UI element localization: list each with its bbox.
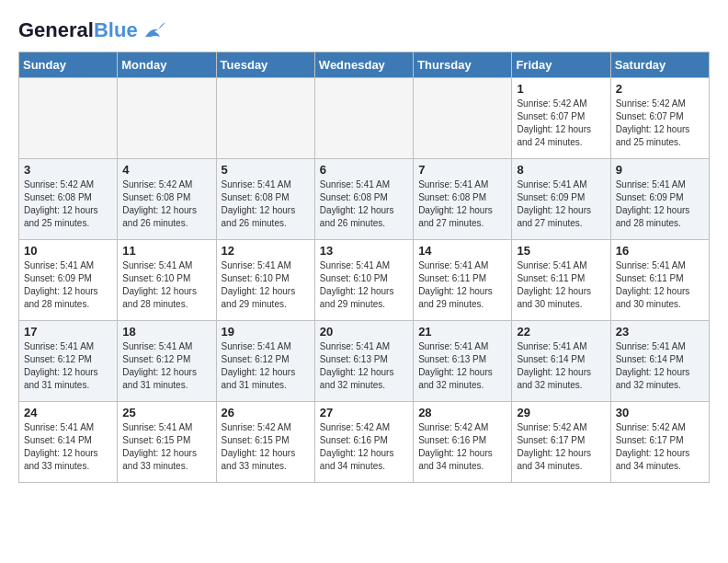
day-info: Sunrise: 5:41 AM Sunset: 6:10 PM Dayligh… [222,259,310,311]
calendar-header-wednesday: Wednesday [314,52,413,78]
day-info: Sunrise: 5:41 AM Sunset: 6:11 PM Dayligh… [616,259,704,311]
day-number: 8 [517,163,605,177]
day-info: Sunrise: 5:42 AM Sunset: 6:15 PM Dayligh… [222,421,310,473]
calendar-cell: 3Sunrise: 5:42 AM Sunset: 6:08 PM Daylig… [19,159,118,240]
day-number: 30 [616,406,704,419]
calendar-cell: 7Sunrise: 5:41 AM Sunset: 6:08 PM Daylig… [414,159,512,240]
day-info: Sunrise: 5:41 AM Sunset: 6:13 PM Dayligh… [320,340,408,392]
day-info: Sunrise: 5:42 AM Sunset: 6:16 PM Dayligh… [418,421,506,473]
calendar-cell [216,78,314,159]
calendar-week-row: 10Sunrise: 5:41 AM Sunset: 6:09 PM Dayli… [19,240,710,321]
day-info: Sunrise: 5:41 AM Sunset: 6:11 PM Dayligh… [418,259,506,311]
day-info: Sunrise: 5:41 AM Sunset: 6:14 PM Dayligh… [517,340,605,392]
logo: GeneralBlue [18,18,167,42]
calendar-cell: 11Sunrise: 5:41 AM Sunset: 6:10 PM Dayli… [118,240,216,321]
day-number: 1 [517,82,605,96]
day-info: Sunrise: 5:41 AM Sunset: 6:10 PM Dayligh… [320,259,408,311]
calendar-header-monday: Monday [118,52,216,78]
day-number: 7 [418,163,506,177]
calendar-cell: 8Sunrise: 5:41 AM Sunset: 6:09 PM Daylig… [512,159,610,240]
day-number: 25 [122,406,210,419]
day-number: 14 [418,244,506,258]
day-info: Sunrise: 5:42 AM Sunset: 6:16 PM Dayligh… [320,421,408,473]
calendar-table: SundayMondayTuesdayWednesdayThursdayFrid… [18,52,710,483]
calendar-cell: 10Sunrise: 5:41 AM Sunset: 6:09 PM Dayli… [19,240,118,321]
calendar-week-row: 17Sunrise: 5:41 AM Sunset: 6:12 PM Dayli… [19,321,710,402]
day-number: 15 [517,244,605,258]
day-info: Sunrise: 5:41 AM Sunset: 6:12 PM Dayligh… [122,340,210,392]
day-number: 13 [320,244,408,258]
calendar-cell: 27Sunrise: 5:42 AM Sunset: 6:16 PM Dayli… [314,402,413,483]
day-info: Sunrise: 5:41 AM Sunset: 6:15 PM Dayligh… [122,421,210,473]
day-number: 11 [122,244,210,258]
calendar-cell: 5Sunrise: 5:41 AM Sunset: 6:08 PM Daylig… [216,159,314,240]
calendar-cell: 21Sunrise: 5:41 AM Sunset: 6:13 PM Dayli… [414,321,512,402]
calendar-cell [118,78,216,159]
calendar-header-friday: Friday [512,52,610,78]
calendar-cell: 29Sunrise: 5:42 AM Sunset: 6:17 PM Dayli… [512,402,610,483]
day-info: Sunrise: 5:41 AM Sunset: 6:10 PM Dayligh… [122,259,210,311]
calendar-cell: 9Sunrise: 5:41 AM Sunset: 6:09 PM Daylig… [610,159,709,240]
day-info: Sunrise: 5:41 AM Sunset: 6:14 PM Dayligh… [616,340,704,392]
day-number: 10 [24,244,112,258]
day-number: 19 [222,325,310,339]
day-number: 6 [320,163,408,177]
day-info: Sunrise: 5:41 AM Sunset: 6:11 PM Dayligh… [517,259,605,311]
day-info: Sunrise: 5:41 AM Sunset: 6:08 PM Dayligh… [418,178,506,230]
calendar-cell: 25Sunrise: 5:41 AM Sunset: 6:15 PM Dayli… [118,402,216,483]
calendar-cell: 13Sunrise: 5:41 AM Sunset: 6:10 PM Dayli… [314,240,413,321]
calendar-cell: 24Sunrise: 5:41 AM Sunset: 6:14 PM Dayli… [19,402,118,483]
day-number: 16 [616,244,704,258]
day-info: Sunrise: 5:41 AM Sunset: 6:09 PM Dayligh… [616,178,704,230]
day-number: 4 [122,163,210,177]
day-info: Sunrise: 5:42 AM Sunset: 6:07 PM Dayligh… [616,98,704,149]
day-info: Sunrise: 5:42 AM Sunset: 6:17 PM Dayligh… [616,421,704,473]
day-info: Sunrise: 5:41 AM Sunset: 6:12 PM Dayligh… [222,340,310,392]
day-number: 27 [320,406,408,419]
calendar-header-tuesday: Tuesday [216,52,314,78]
calendar-cell: 12Sunrise: 5:41 AM Sunset: 6:10 PM Dayli… [216,240,314,321]
calendar-week-row: 24Sunrise: 5:41 AM Sunset: 6:14 PM Dayli… [19,402,710,483]
calendar-cell [19,78,118,159]
day-number: 26 [222,406,310,419]
calendar-cell [314,78,413,159]
calendar-cell [414,78,512,159]
day-number: 24 [24,406,112,419]
day-info: Sunrise: 5:41 AM Sunset: 6:09 PM Dayligh… [24,259,112,311]
calendar-cell: 19Sunrise: 5:41 AM Sunset: 6:12 PM Dayli… [216,321,314,402]
calendar-header-thursday: Thursday [414,52,512,78]
day-number: 9 [616,163,704,177]
day-number: 17 [24,325,112,339]
day-number: 23 [616,325,704,339]
calendar-cell: 2Sunrise: 5:42 AM Sunset: 6:07 PM Daylig… [610,78,709,159]
calendar-header-sunday: Sunday [19,52,118,78]
page-header: GeneralBlue [18,18,710,42]
calendar-cell: 4Sunrise: 5:42 AM Sunset: 6:08 PM Daylig… [118,159,216,240]
day-number: 21 [418,325,506,339]
day-number: 29 [517,406,605,419]
logo-bird-icon [142,20,167,40]
calendar-cell: 28Sunrise: 5:42 AM Sunset: 6:16 PM Dayli… [414,402,512,483]
day-info: Sunrise: 5:42 AM Sunset: 6:07 PM Dayligh… [517,98,605,149]
calendar-cell: 23Sunrise: 5:41 AM Sunset: 6:14 PM Dayli… [610,321,709,402]
day-number: 12 [222,244,310,258]
day-number: 18 [122,325,210,339]
day-info: Sunrise: 5:42 AM Sunset: 6:17 PM Dayligh… [517,421,605,473]
calendar-week-row: 1Sunrise: 5:42 AM Sunset: 6:07 PM Daylig… [19,78,710,159]
calendar-header-row: SundayMondayTuesdayWednesdayThursdayFrid… [19,52,710,78]
calendar-cell: 22Sunrise: 5:41 AM Sunset: 6:14 PM Dayli… [512,321,610,402]
calendar-cell: 6Sunrise: 5:41 AM Sunset: 6:08 PM Daylig… [314,159,413,240]
day-info: Sunrise: 5:41 AM Sunset: 6:09 PM Dayligh… [517,178,605,230]
day-info: Sunrise: 5:42 AM Sunset: 6:08 PM Dayligh… [122,178,210,230]
calendar-cell: 17Sunrise: 5:41 AM Sunset: 6:12 PM Dayli… [19,321,118,402]
day-info: Sunrise: 5:41 AM Sunset: 6:08 PM Dayligh… [222,178,310,230]
day-number: 5 [222,163,310,177]
calendar-week-row: 3Sunrise: 5:42 AM Sunset: 6:08 PM Daylig… [19,159,710,240]
day-number: 2 [616,82,704,96]
calendar-cell: 20Sunrise: 5:41 AM Sunset: 6:13 PM Dayli… [314,321,413,402]
calendar-cell: 15Sunrise: 5:41 AM Sunset: 6:11 PM Dayli… [512,240,610,321]
day-info: Sunrise: 5:41 AM Sunset: 6:08 PM Dayligh… [320,178,408,230]
day-number: 28 [418,406,506,419]
day-info: Sunrise: 5:41 AM Sunset: 6:12 PM Dayligh… [24,340,112,392]
logo-text: GeneralBlue [18,18,138,42]
